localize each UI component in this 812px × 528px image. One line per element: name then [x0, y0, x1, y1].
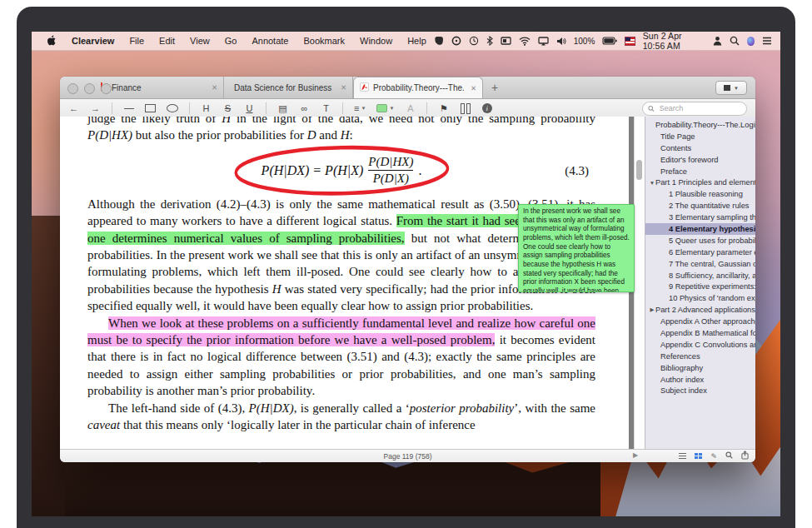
bluetooth-icon[interactable]: [486, 36, 493, 46]
toc-item[interactable]: Subject index: [645, 385, 755, 396]
minimize-window-button[interactable]: [84, 83, 95, 94]
toc-item[interactable]: 8 Sufficiency, ancillarity, and all…: [645, 270, 755, 281]
toc-item[interactable]: Title Page: [645, 131, 755, 142]
rectangle-tool-button[interactable]: [145, 102, 156, 115]
menu-item[interactable]: File: [122, 36, 152, 46]
disclosure-triangle-icon[interactable]: ▼: [649, 180, 655, 186]
menu-item[interactable]: Annotate: [244, 36, 296, 46]
spotlight-icon[interactable]: [730, 36, 740, 46]
menu-item[interactable]: Go: [217, 36, 245, 46]
siri-icon[interactable]: [747, 37, 755, 46]
toc-item[interactable]: Appendix C Convolutions and cu…: [645, 339, 755, 351]
wifi-icon[interactable]: [519, 37, 531, 46]
vertical-scrollbar[interactable]: [634, 117, 645, 450]
new-tab-button[interactable]: +: [483, 77, 506, 98]
keyboard-flag-icon[interactable]: [625, 37, 635, 46]
tab-overview-button[interactable]: ▼: [715, 81, 747, 95]
toc-item[interactable]: 9 Repetitive experiments: prob…: [645, 281, 755, 292]
apple-menu-icon[interactable]: [40, 35, 64, 47]
toc-item[interactable]: Appendix B Mathematical formalit…: [645, 327, 755, 339]
time-machine-icon[interactable]: [469, 36, 479, 46]
menu-item[interactable]: View: [182, 36, 217, 46]
toc-item[interactable]: Probability.Theory---The.Logic.Of…: [645, 119, 755, 131]
battery-percentage: 100%: [574, 37, 595, 46]
menu-item[interactable]: Edit: [152, 36, 182, 46]
toc-item[interactable]: Editor's foreword: [645, 154, 755, 166]
search-input[interactable]: [658, 103, 741, 113]
evernote-icon[interactable]: [434, 36, 444, 46]
disc-icon[interactable]: [451, 36, 461, 46]
toc-item[interactable]: Appendix A Other approaches to…: [645, 316, 755, 327]
sidebar-collapse-icon[interactable]: ▶: [633, 451, 638, 459]
toc-item[interactable]: 7 The central, Gaussian or nor…: [645, 258, 755, 270]
toc-item[interactable]: 1 Plausible reasoning: [645, 188, 755, 200]
tab[interactable]: Probability.Theory---The.Log ✕: [353, 77, 483, 98]
page-indicator: Page 119 (758): [60, 450, 755, 462]
menu-item[interactable]: Window: [352, 36, 400, 46]
toolbar-divider: [426, 102, 427, 114]
menu-item-app[interactable]: Clearview: [64, 36, 122, 46]
toc-item-selected[interactable]: 4 Elementary hypothesis testing: [645, 223, 755, 235]
toc-item[interactable]: ▼ Part 1 Principles and elementary…: [645, 177, 755, 188]
toolbar-divider: [189, 102, 190, 114]
battery-icon[interactable]: [602, 37, 617, 45]
status-search-icon[interactable]: [725, 451, 733, 461]
annotate-mode-icon[interactable]: ✎: [710, 452, 717, 461]
back-button[interactable]: ←: [68, 102, 79, 115]
rectangle-icon: [145, 104, 156, 112]
tab[interactable]: Finance ✕: [95, 77, 224, 98]
status-bar: Page 119 (758) ▶ ✎: [60, 449, 755, 462]
menu-clock[interactable]: Sun 2 Apr 10:56 AM: [643, 32, 706, 51]
volume-icon[interactable]: [556, 37, 566, 46]
text-tool-button[interactable]: T: [321, 102, 331, 115]
forward-button[interactable]: →: [90, 102, 101, 115]
split-view-button[interactable]: [460, 102, 471, 115]
font-button[interactable]: A: [405, 102, 416, 115]
menu-item[interactable]: Bookmark: [296, 36, 352, 46]
color-dropdown[interactable]: ▼: [376, 102, 394, 115]
bookmark-button[interactable]: ⚑: [438, 102, 449, 115]
airplay-icon[interactable]: [538, 37, 549, 46]
toc-item[interactable]: 10 Physics of 'random experim…: [645, 292, 755, 304]
toc-item[interactable]: Bibliography: [645, 362, 755, 374]
red-ellipse-annotation[interactable]: [232, 142, 451, 198]
share-icon[interactable]: [741, 451, 749, 461]
close-window-button[interactable]: [67, 83, 78, 94]
line-tool-button[interactable]: [123, 102, 134, 115]
tab-close-icon[interactable]: ✕: [338, 83, 346, 92]
notification-center-icon[interactable]: [762, 37, 772, 45]
ellipse-icon: [167, 104, 178, 112]
thumbnails-view-icon[interactable]: [695, 453, 703, 460]
underline-tool-button[interactable]: U: [244, 102, 255, 115]
display-icon[interactable]: [501, 37, 511, 46]
chevron-down-icon: ▼: [389, 106, 394, 111]
link-tool-button[interactable]: ∞: [299, 102, 310, 115]
toc-item[interactable]: References: [645, 351, 755, 362]
toc-item[interactable]: 5 Queer uses for probability th…: [645, 235, 755, 247]
scrollbar-thumb[interactable]: [636, 160, 642, 180]
line-style-dropdown[interactable]: ≡▼: [354, 102, 366, 115]
tab[interactable]: Data Science for Business ✕: [224, 77, 353, 98]
toc-item[interactable]: 2 The quantitative rules: [645, 200, 755, 212]
zoom-window-button[interactable]: [101, 83, 112, 94]
user-icon[interactable]: [713, 36, 722, 46]
menu-bar: ClearviewFileEditViewGoAnnotateBookmarkW…: [32, 32, 780, 51]
view-mode-icon[interactable]: [679, 453, 686, 459]
strikethrough-tool-button[interactable]: S: [222, 102, 233, 115]
menu-item[interactable]: Help: [400, 36, 434, 46]
toc-item[interactable]: ▶ Part 2 Advanced applications: [645, 304, 755, 316]
toc-item[interactable]: Contents: [645, 142, 755, 154]
tab-close-icon[interactable]: ✕: [209, 83, 217, 92]
ellipse-tool-button[interactable]: [167, 102, 178, 115]
info-button[interactable]: i: [481, 102, 492, 115]
tab-close-icon[interactable]: ✕: [468, 84, 476, 92]
toc-item[interactable]: 6 Elementary parameter estima…: [645, 247, 755, 258]
disclosure-triangle-icon[interactable]: ▶: [649, 306, 655, 313]
toc-item[interactable]: Author index: [645, 374, 755, 386]
chevron-down-icon: ▼: [734, 86, 739, 91]
toc-item[interactable]: 3 Elementary sampling theory: [645, 212, 755, 223]
note-tool-button[interactable]: ▤: [277, 102, 288, 115]
highlight-tool-button[interactable]: H: [201, 102, 212, 115]
annotation-note-popup[interactable]: In the present work we shall see that th…: [518, 204, 635, 292]
toc-item[interactable]: Preface: [645, 166, 755, 177]
